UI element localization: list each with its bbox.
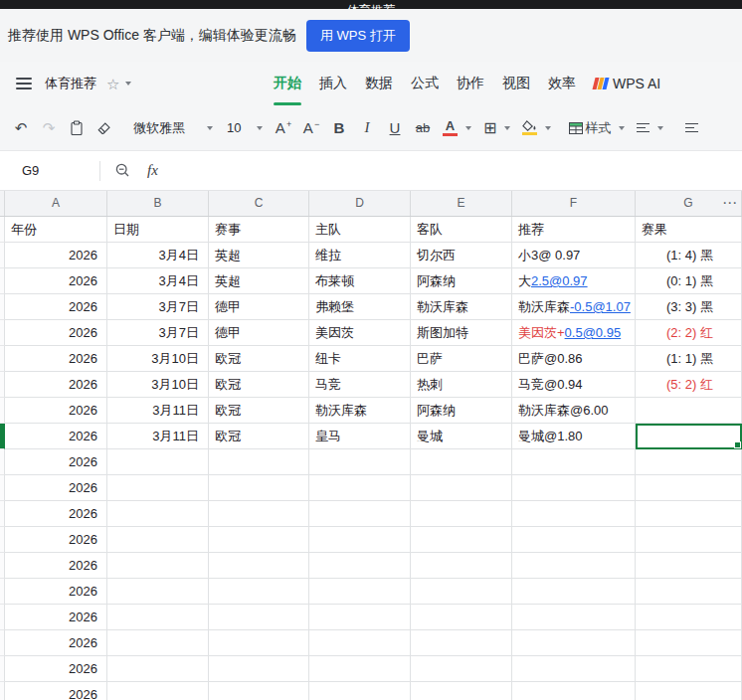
cell-C17[interactable] [209, 630, 309, 656]
cell-G14[interactable] [636, 553, 742, 579]
cell-E12[interactable] [411, 501, 512, 527]
column-header-D[interactable]: D [309, 191, 411, 216]
cell-B4[interactable]: 3月7日 [107, 294, 209, 320]
cell-E19[interactable] [411, 682, 512, 700]
cell-A17[interactable]: 2026 [5, 630, 107, 656]
cell-D15[interactable] [309, 579, 411, 605]
cell-A10[interactable]: 2026 [5, 449, 107, 475]
cell-A18[interactable]: 2026 [5, 656, 107, 682]
tab-wps-ai[interactable]: WPS AI [594, 62, 660, 105]
column-header-E[interactable]: E [411, 191, 512, 216]
cell-D3[interactable]: 布莱顿 [309, 268, 411, 294]
cell-E16[interactable] [411, 605, 512, 630]
cell-B11[interactable] [107, 475, 209, 501]
cell-C2[interactable]: 英超 [209, 243, 309, 268]
cell-C7[interactable]: 欧冠 [209, 372, 309, 398]
cell-G3[interactable]: (0: 1) 黑 [636, 268, 742, 294]
cell-F15[interactable] [512, 579, 636, 605]
cell-D4[interactable]: 弗赖堡 [309, 294, 411, 320]
cell-B1[interactable]: 日期 [107, 217, 209, 243]
cell-E1[interactable]: 客队 [411, 217, 512, 243]
cell-A5[interactable]: 2026 [5, 320, 107, 346]
cell-B10[interactable] [107, 449, 209, 475]
italic-button[interactable]: I [356, 113, 378, 143]
open-in-wps-button[interactable]: 用 WPS 打开 [306, 20, 410, 52]
cell-C10[interactable] [209, 449, 309, 475]
column-header-F[interactable]: F [512, 191, 636, 216]
cell-G18[interactable] [636, 656, 742, 682]
cell-G16[interactable] [636, 605, 742, 630]
paste-button[interactable] [66, 113, 88, 143]
cell-F10[interactable] [512, 449, 636, 475]
cell-G17[interactable] [636, 630, 742, 656]
font-family-select[interactable]: 微软雅黑 [129, 113, 217, 143]
eraser-button[interactable] [93, 113, 115, 143]
bold-button[interactable]: B [328, 113, 350, 143]
cell-A6[interactable]: 2026 [5, 346, 107, 372]
cell-C8[interactable]: 欧冠 [209, 398, 309, 424]
cell-C12[interactable] [209, 501, 309, 527]
cell-D8[interactable]: 勒沃库森 [309, 398, 411, 424]
cell-F7[interactable]: 马竞@0.94 [512, 372, 636, 398]
cell-B19[interactable] [107, 682, 209, 700]
cell-D10[interactable] [309, 449, 411, 475]
increase-font-size-button[interactable]: A+ [273, 113, 294, 143]
cell-C6[interactable]: 欧冠 [209, 346, 309, 372]
cell-C13[interactable] [209, 527, 309, 553]
borders-button[interactable]: ⊞ [480, 113, 513, 143]
cell-A8[interactable]: 2026 [5, 398, 107, 424]
cell-B3[interactable]: 3月4日 [107, 268, 209, 294]
cell-F18[interactable] [512, 656, 636, 682]
font-color-button[interactable]: A [440, 113, 474, 143]
tab-collaborate[interactable]: 协作 [457, 62, 484, 105]
cell-D5[interactable]: 美因茨 [309, 320, 411, 346]
cell-G5[interactable]: (2: 2) 红 [636, 320, 742, 346]
cell-F16[interactable] [512, 605, 636, 630]
cell-G7[interactable]: (5: 2) 红 [636, 372, 742, 398]
cell-C9[interactable]: 欧冠 [209, 424, 309, 449]
cell-G13[interactable] [636, 527, 742, 553]
cell-F9[interactable]: 曼城@1.80 [512, 424, 636, 449]
cell-E17[interactable] [411, 630, 512, 656]
cell-E5[interactable]: 斯图加特 [411, 320, 512, 346]
cell-G6[interactable]: (1: 1) 黑 [636, 346, 742, 372]
cell-D18[interactable] [309, 656, 411, 682]
cell-D12[interactable] [309, 501, 411, 527]
column-header-A[interactable]: A [5, 191, 107, 216]
column-header-B[interactable]: B [107, 191, 209, 216]
cell-B5[interactable]: 3月7日 [107, 320, 209, 346]
hamburger-menu-icon[interactable] [16, 78, 32, 89]
cell-B13[interactable] [107, 527, 209, 553]
cell-B8[interactable]: 3月11日 [107, 398, 209, 424]
cell-D6[interactable]: 纽卡 [309, 346, 411, 372]
column-header-C[interactable]: C [209, 191, 309, 216]
cell-A2[interactable]: 2026 [5, 243, 107, 268]
cell-B12[interactable] [107, 501, 209, 527]
cell-E3[interactable]: 阿森纳 [411, 268, 512, 294]
cell-F19[interactable] [512, 682, 636, 700]
cell-G4[interactable]: (3: 3) 黑 [636, 294, 742, 320]
cell-A16[interactable]: 2026 [5, 605, 107, 630]
cell-B14[interactable] [107, 553, 209, 579]
cell-E7[interactable]: 热刺 [411, 372, 512, 398]
cell-style-button[interactable]: 样式 [566, 113, 628, 143]
strikethrough-button[interactable]: ab [412, 113, 434, 143]
cell-E4[interactable]: 勒沃库森 [411, 294, 512, 320]
cell-A11[interactable]: 2026 [5, 475, 107, 501]
tab-insert[interactable]: 插入 [319, 62, 347, 105]
decrease-font-size-button[interactable]: A− [300, 113, 322, 143]
favorite-star-icon[interactable]: ☆ [106, 77, 119, 91]
cell-G12[interactable] [636, 501, 742, 527]
cell-F5[interactable]: 美因茨+0.5@0.95 [512, 320, 636, 346]
cell-E18[interactable] [411, 656, 512, 682]
cell-C19[interactable] [209, 682, 309, 700]
cell-G1[interactable]: 赛果 [636, 217, 742, 243]
cell-A9[interactable]: 2026 [5, 424, 107, 449]
cell-G19[interactable] [636, 682, 742, 700]
cell-G9[interactable] [636, 424, 742, 449]
cell-D19[interactable] [309, 682, 411, 700]
cell-B18[interactable] [107, 656, 209, 682]
tab-view[interactable]: 视图 [502, 62, 530, 105]
cell-C1[interactable]: 赛事 [209, 217, 309, 243]
cell-F6[interactable]: 巴萨@0.86 [512, 346, 636, 372]
